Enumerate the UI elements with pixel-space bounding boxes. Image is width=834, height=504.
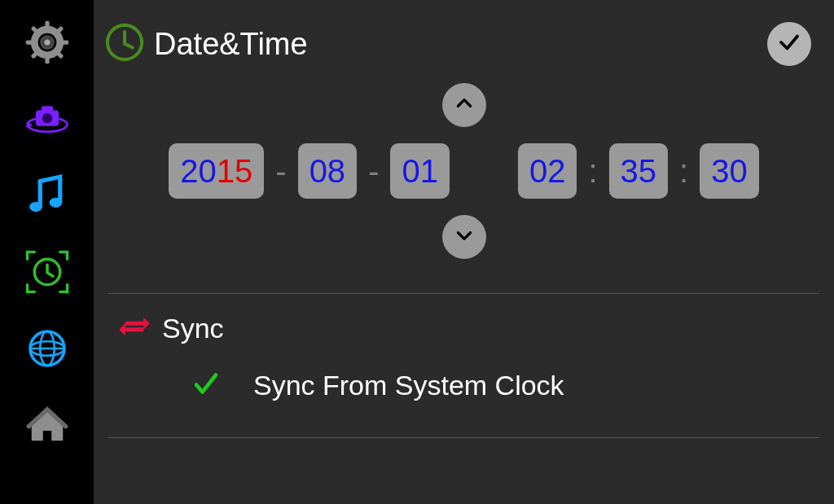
time-separator-2: : xyxy=(678,153,690,190)
header: Date&Time xyxy=(94,0,834,83)
date-separator-1: - xyxy=(274,153,288,190)
sidebar-item-home[interactable] xyxy=(21,401,73,453)
gear-icon xyxy=(24,20,70,68)
decrement-button[interactable] xyxy=(442,215,486,259)
datetime-spinner: 2015 - 08 - 01 02 : 35 : 30 xyxy=(94,83,834,275)
year-decade: 15 xyxy=(217,155,253,187)
minute-field[interactable]: 35 xyxy=(609,143,669,199)
sidebar-item-camera-rotate[interactable] xyxy=(21,94,73,147)
sync-icon xyxy=(118,310,151,346)
check-icon xyxy=(191,369,221,401)
svg-point-12 xyxy=(44,40,50,46)
datetime-fields: 2015 - 08 - 01 02 : 35 : 30 xyxy=(94,135,834,207)
svg-rect-16 xyxy=(42,106,53,112)
second-field[interactable]: 30 xyxy=(700,143,759,199)
sync-option-system-clock[interactable]: Sync From System Clock xyxy=(94,357,834,419)
sidebar-item-settings[interactable] xyxy=(21,18,73,70)
home-icon xyxy=(24,402,70,451)
svg-point-17 xyxy=(42,113,51,123)
sync-option-label: Sync From System Clock xyxy=(253,370,564,401)
sidebar xyxy=(0,0,94,504)
svg-point-19 xyxy=(49,198,62,208)
svg-point-18 xyxy=(29,202,42,212)
year-field[interactable]: 2015 xyxy=(169,143,264,199)
sidebar-item-globe[interactable] xyxy=(21,324,73,376)
chevron-down-icon xyxy=(454,225,475,249)
date-separator-2: - xyxy=(367,153,380,190)
hour-field[interactable]: 02 xyxy=(518,143,577,199)
globe-icon xyxy=(24,326,70,375)
sidebar-item-clock[interactable] xyxy=(21,248,73,300)
clock-icon xyxy=(103,21,146,67)
increment-button[interactable] xyxy=(442,83,486,127)
page-title: Date&Time xyxy=(154,27,767,62)
month-field[interactable]: 08 xyxy=(298,143,358,199)
sync-section-header: Sync xyxy=(94,294,834,357)
camera-rotate-icon xyxy=(24,96,70,145)
clock-focus-icon xyxy=(24,249,70,298)
music-icon xyxy=(24,173,70,221)
time-separator-1: : xyxy=(586,153,599,190)
year-century: 20 xyxy=(180,155,217,187)
chevron-up-icon xyxy=(454,93,475,117)
main-panel: Date&Time 2015 - 08 - 01 xyxy=(94,0,834,504)
divider-bottom xyxy=(108,437,819,438)
confirm-button[interactable] xyxy=(767,22,811,66)
day-field[interactable]: 01 xyxy=(390,143,450,199)
check-icon xyxy=(777,30,801,58)
sync-title: Sync xyxy=(162,313,224,344)
sidebar-item-music[interactable] xyxy=(21,171,73,223)
